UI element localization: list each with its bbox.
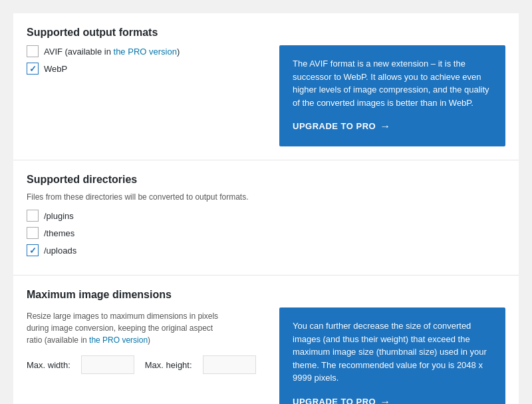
max-height-label: Max. height:	[145, 360, 192, 370]
max-dimensions-left: Resize large images to maximum dimension…	[27, 310, 266, 374]
max-dimensions-section: Maximum image dimensions Resize large im…	[13, 276, 519, 404]
supported-directories-section: Supported directories Files from these d…	[13, 160, 519, 276]
themes-label: /themes	[44, 228, 74, 238]
uploads-checkbox[interactable]	[27, 244, 39, 256]
webp-checkbox[interactable]	[27, 63, 39, 75]
max-dimensions-title: Maximum image dimensions	[27, 289, 505, 301]
plugins-row: /plugins	[27, 210, 505, 222]
upgrade-to-pro-link-1[interactable]: UPGRADE TO PRO →	[293, 118, 391, 134]
dimensions-note: Resize large images to maximum dimension…	[27, 310, 226, 346]
themes-checkbox[interactable]	[27, 227, 39, 239]
directories-description: Files from these directories will be con…	[27, 192, 505, 202]
max-width-input[interactable]	[81, 355, 134, 374]
uploads-row: /uploads	[27, 244, 505, 256]
themes-row: /themes	[27, 227, 505, 239]
avif-checkbox[interactable]	[27, 45, 39, 57]
avif-row: AVIF (available in the PRO version)	[27, 45, 266, 57]
avif-label: AVIF (available in the PRO version)	[44, 47, 180, 57]
dimensions-pro-link[interactable]: the PRO version	[89, 335, 148, 345]
arrow-icon-1: →	[380, 118, 391, 134]
avif-pro-link[interactable]: the PRO version	[114, 47, 177, 57]
webp-label: WebP	[44, 64, 67, 74]
output-formats-left: AVIF (available in the PRO version) WebP	[27, 45, 266, 80]
dimensions-inputs: Max. width: Max. height:	[27, 355, 266, 374]
max-height-input[interactable]	[203, 355, 256, 374]
arrow-icon-2: →	[380, 394, 391, 405]
directories-title: Supported directories	[27, 174, 505, 186]
plugins-checkbox[interactable]	[27, 210, 39, 222]
info-box-text: The AVIF format is a new extension – it …	[293, 57, 492, 109]
max-dimensions-info-box: You can further decrease the size of con…	[279, 307, 505, 404]
uploads-label: /uploads	[44, 246, 76, 256]
supported-output-formats-section: Supported output formats AVIF (available…	[13, 13, 519, 160]
output-formats-title: Supported output formats	[27, 27, 505, 39]
upgrade-to-pro-link-2[interactable]: UPGRADE TO PRO →	[293, 394, 391, 405]
webp-row: WebP	[27, 63, 266, 75]
output-formats-info-box: The AVIF format is a new extension – it …	[279, 45, 505, 146]
max-dimensions-info-text: You can further decrease the size of con…	[293, 319, 492, 385]
max-width-label: Max. width:	[27, 360, 70, 370]
plugins-label: /plugins	[44, 211, 74, 221]
